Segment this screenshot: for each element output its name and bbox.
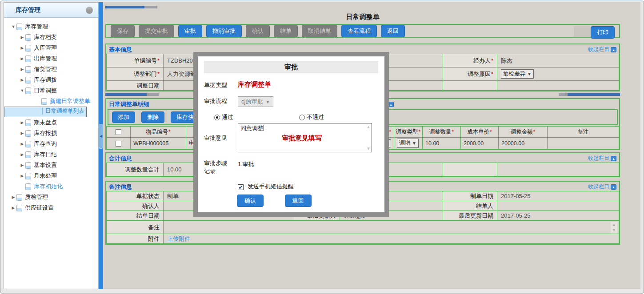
back-button[interactable]: 返回 [285,195,312,207]
mid-scrollbar-thumb-left[interactable] [147,93,159,96]
sidebar-item[interactable]: ▶质检管理 [4,192,98,203]
chevron-down-icon[interactable]: ▼ [19,88,25,93]
collapse-panel-icon[interactable]: ▲ [611,156,616,161]
toolbar-button[interactable]: 查看流程 [341,25,377,37]
toolbar-button[interactable]: 返回 [381,25,405,37]
print-button[interactable]: 打印 [591,26,615,39]
collapse-panel-icon[interactable]: ▲ [611,47,616,52]
sidebar-item[interactable]: ▶库存档案 [4,32,98,43]
toolbar-button[interactable]: 提交审批 [139,25,174,37]
sidebar-item[interactable]: 新建日常调整单 [4,96,98,107]
sms-checkbox[interactable]: ✔ [238,184,244,190]
sidebar-item[interactable]: ▶基本设置 [4,160,98,171]
fail-radio-label: 不通过 [307,113,324,121]
row-checkbox-cell [107,138,131,149]
sidebar-item[interactable]: ▶借货管理 [4,64,98,75]
sidebar-item[interactable]: ▶库存日结 [4,149,98,160]
field-label [443,163,497,176]
toolbar-button[interactable]: 审批 [178,25,202,37]
sidebar-item[interactable]: ▶库存报损 [4,128,98,139]
sidebar-item[interactable]: ▶库存调拨 [4,75,98,85]
chevron-right-icon[interactable]: ▶ [10,195,16,199]
dropdown-arrow-icon: ▼ [412,141,416,146]
sidebar-collapse-handle[interactable]: ◀ [99,124,103,149]
chevron-right-icon[interactable]: ▶ [19,152,25,157]
sidebar-item[interactable]: ▶月末处理 [4,171,98,181]
toolbar-button[interactable]: 撤消审批 [206,25,242,37]
sidebar-item[interactable]: ▼库存管理 [4,21,98,32]
mid-scrollbar-thumb-right[interactable] [559,93,568,96]
sidebar-title: 库存管理 [16,6,40,14]
chevron-down-icon[interactable]: ▼ [10,24,16,29]
collapse-panel-icon[interactable]: ▲ [611,184,616,190]
document-icon [25,151,31,158]
confirm-button[interactable]: 确认 [237,195,264,207]
adjust-type-select[interactable]: 调增▼ [397,139,419,148]
field-label: 结单日期 [107,211,164,221]
chevron-right-icon[interactable]: ▶ [19,46,25,50]
toolbar-button[interactable]: 保存 [111,25,135,37]
toolbar-button[interactable]: 取消结单 [302,25,337,37]
sidebar-tree: ▼库存管理▶库存档案▶入库管理▶出库管理▶借货管理▶库存调拨▼日常调整新建日常调… [4,18,98,213]
sidebar-item[interactable]: ▶供应链设置 [4,203,98,213]
detail-toolbar-button[interactable]: 删除 [141,111,164,123]
adjust-amount-cell: 20000.00 [499,138,548,149]
top-scrollbar [105,6,620,8]
chevron-right-icon[interactable]: ▶ [19,174,25,178]
chevron-right-icon[interactable]: ▶ [19,35,25,40]
pass-radio[interactable] [214,115,220,120]
chevron-right-icon[interactable]: ▶ [19,131,25,135]
document-icon [25,119,31,126]
toolbar: 保存提交审批审批撤消审批确认结单取消结单查看流程返回 打印 [105,24,620,38]
approval-flow-select[interactable]: cj的审批▼ [238,96,273,107]
detail-column-header: 备注 [548,127,619,138]
steps-value: 1.审批 [238,159,254,168]
select-all-checkbox[interactable] [116,129,121,135]
document-icon [16,24,22,30]
sidebar-item-label: 库存初始化 [34,183,63,191]
detail-toolbar-button[interactable]: 添加 [112,111,135,123]
chevron-right-icon[interactable]: ▶ [19,78,25,82]
scroll-up-icon[interactable]: ▲ [366,124,371,129]
document-icon [25,183,31,190]
chevron-right-icon[interactable]: ▶ [19,142,25,146]
opinion-textarea[interactable]: 同意调整 审批意见填写 ▲▼ [238,123,372,152]
document-icon [25,34,31,41]
sidebar-item[interactable]: ▶期末盘点 [4,117,98,128]
cost-price-cell: 2000.00 [461,138,499,149]
chevron-right-icon[interactable]: ▶ [19,67,25,72]
toolbar-button[interactable]: 确认 [246,25,270,37]
collapse-panel-control[interactable]: 收起栏目 ▲ [588,155,616,162]
field-label: 单据状态 [107,191,164,201]
sidebar-item[interactable]: ▶库存查询 [4,139,98,149]
adjust-reason-select[interactable]: 抽检差异▼ [501,69,534,79]
chevron-right-icon[interactable]: ▶ [19,163,25,167]
collapse-panel-control[interactable]: 收起栏目 ▲ [588,183,616,191]
sidebar-item-label: 库存日结 [34,151,57,159]
textarea-scrollbar[interactable]: ▲▼ [365,123,372,152]
sidebar-item[interactable]: ▶入库管理 [4,43,98,53]
chevron-right-icon[interactable]: ▶ [19,120,25,125]
spinner-up-icon[interactable]: ▲ [612,222,616,227]
sidebar-item[interactable]: ▶出库管理 [4,53,98,64]
document-icon [25,45,31,52]
minus-circle-icon[interactable]: – [86,7,93,14]
fail-radio[interactable] [299,115,305,120]
chevron-right-icon[interactable]: ▶ [10,206,16,210]
row-checkbox[interactable] [116,141,121,147]
spinner-down-icon[interactable]: ▼ [612,228,616,232]
top-scrollbar-thumb[interactable] [144,6,157,8]
document-icon [25,130,31,137]
chevron-right-icon[interactable]: ▶ [19,56,25,61]
sidebar-item-label: 期末盘点 [34,119,57,127]
sidebar-item[interactable]: 日常调整单列表 [4,107,87,117]
sidebar-item[interactable]: 库存初始化 [4,181,98,192]
toolbar-button[interactable]: 结单 [274,25,298,37]
collapse-panel-control[interactable]: 收起栏目 ▲ [588,46,616,53]
upload-attachment-link[interactable]: 上传附件 [167,235,190,242]
scroll-down-icon[interactable]: ▼ [366,146,371,151]
note-spinner[interactable]: ▲▼ [611,222,617,234]
sidebar-item-label: 质检管理 [25,193,48,201]
sidebar-item[interactable]: ▼日常调整 [4,85,98,96]
note-value-cell[interactable]: ▲▼ [164,221,619,234]
